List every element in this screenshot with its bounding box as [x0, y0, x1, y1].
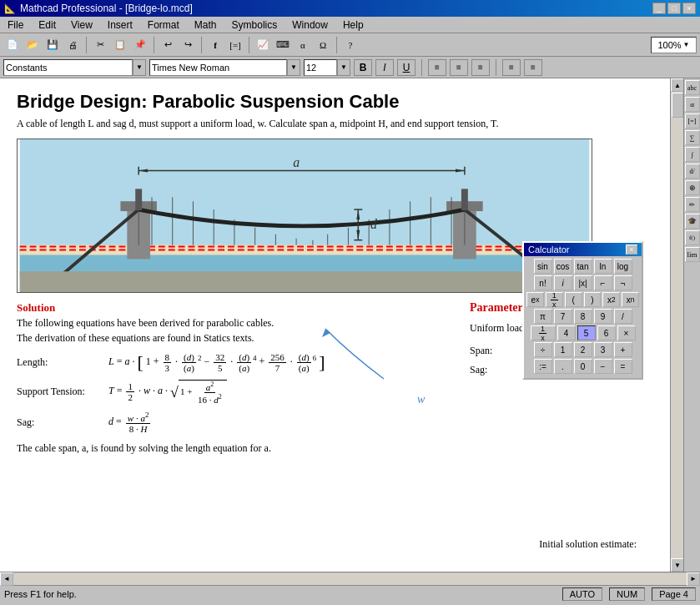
calc-dot[interactable]: . — [554, 359, 572, 374]
calc-rparen[interactable]: ) — [584, 292, 602, 307]
menu-view[interactable]: View — [68, 18, 96, 32]
scroll-track[interactable] — [671, 92, 683, 558]
italic-button[interactable]: I — [375, 59, 394, 76]
menu-format[interactable]: Format — [144, 18, 183, 32]
calc-3[interactable]: 3 — [594, 342, 612, 357]
calc-9[interactable]: 9 — [594, 309, 612, 324]
calc-2[interactable]: 2 — [574, 342, 592, 357]
formula-button[interactable]: f — [206, 36, 224, 54]
style-dropdown-arrow[interactable]: ▼ — [133, 59, 146, 76]
menu-file[interactable]: File — [4, 18, 27, 32]
math-btn-7[interactable]: ⊕ — [685, 180, 700, 195]
help-button[interactable]: ? — [341, 36, 360, 54]
calc-lparen[interactable]: ( — [565, 292, 582, 307]
copy-button[interactable]: 📋 — [111, 36, 129, 54]
calc-factorial[interactable]: n! — [534, 275, 552, 290]
scroll-up-button[interactable]: ▲ — [671, 78, 684, 92]
indent-button[interactable]: ≡ — [524, 59, 542, 76]
size-dropdown-arrow[interactable]: ▼ — [337, 59, 350, 76]
calc-log[interactable]: log — [614, 259, 632, 274]
greek-button[interactable]: α — [294, 36, 312, 54]
calc-divide[interactable]: ÷ — [534, 342, 552, 357]
matrix-button[interactable]: [=] — [226, 36, 244, 54]
style-selector[interactable]: Constants — [3, 59, 133, 76]
paste-button[interactable]: 📌 — [131, 36, 149, 54]
scroll-left-button[interactable]: ◄ — [0, 572, 13, 586]
math-btn-11[interactable]: lim — [685, 247, 700, 262]
calc-0[interactable]: 0 — [574, 359, 592, 374]
menu-symbolics[interactable]: Symbolics — [229, 18, 281, 32]
maximize-button[interactable]: □ — [667, 3, 681, 14]
calc-pi[interactable]: π — [534, 309, 552, 324]
calc-subtract[interactable]: − — [594, 359, 612, 374]
scroll-down-button[interactable]: ▼ — [671, 558, 684, 572]
calc-button[interactable]: ⌨ — [274, 36, 292, 54]
calc-5[interactable]: 5 — [577, 325, 596, 340]
calc-recip2[interactable]: 1x — [531, 325, 556, 340]
calc-add[interactable]: + — [614, 342, 632, 357]
size-selector[interactable]: 12 — [304, 59, 337, 76]
math-btn-3[interactable]: [=] — [685, 113, 700, 129]
save-button[interactable]: 💾 — [43, 36, 62, 54]
open-button[interactable]: 📂 — [23, 36, 42, 54]
math-btn-5[interactable]: ∫ — [685, 147, 700, 162]
calc-floor[interactable]: ⌐ — [594, 275, 612, 290]
calc-4[interactable]: 4 — [557, 325, 576, 340]
font-dropdown-arrow[interactable]: ▼ — [287, 59, 300, 76]
menu-math[interactable]: Math — [191, 18, 220, 32]
minimize-button[interactable]: _ — [652, 3, 666, 14]
graph-button[interactable]: 📈 — [254, 36, 272, 54]
menu-window[interactable]: Window — [289, 18, 331, 32]
calc-square[interactable]: x2 — [602, 292, 620, 307]
menu-insert[interactable]: Insert — [104, 18, 136, 32]
new-button[interactable]: 📄 — [3, 36, 22, 54]
calc-abs[interactable]: |x| — [574, 275, 592, 290]
math-btn-1[interactable]: abc — [685, 80, 700, 95]
menu-edit[interactable]: Edit — [35, 18, 59, 32]
zoom-dropdown-icon[interactable]: ▼ — [683, 41, 690, 48]
calc-recip[interactable]: 1x — [546, 292, 563, 307]
math-btn-8[interactable]: ✏ — [685, 197, 700, 212]
calc-multiply[interactable]: × — [617, 325, 636, 340]
print-button[interactable]: 🖨 — [63, 36, 82, 54]
calc-ceil[interactable]: ¬ — [614, 275, 632, 290]
calc-close-button[interactable]: × — [626, 245, 637, 255]
unit-button[interactable]: Ω — [314, 36, 332, 54]
calc-6[interactable]: 6 — [597, 325, 616, 340]
calc-7[interactable]: 7 — [554, 309, 572, 324]
calc-ln[interactable]: ln — [594, 259, 612, 274]
calc-exp[interactable]: ex — [526, 292, 544, 307]
calc-equals[interactable]: = — [614, 359, 632, 374]
scroll-thumb[interactable] — [672, 93, 683, 118]
calc-sin[interactable]: sin — [534, 259, 552, 274]
align-center-button[interactable]: ≡ — [450, 59, 468, 76]
math-btn-10[interactable]: f() — [685, 230, 700, 245]
calc-assign[interactable]: := — [534, 359, 552, 374]
underline-button[interactable]: U — [397, 59, 415, 76]
undo-button[interactable]: ↩ — [159, 36, 177, 54]
close-button[interactable]: × — [682, 3, 696, 14]
calc-imaginary[interactable]: i — [554, 275, 572, 290]
solution-line-2: The derivation of these equations are fo… — [17, 332, 461, 345]
scroll-right-button[interactable]: ► — [687, 572, 700, 586]
calc-cos[interactable]: cos — [554, 259, 572, 274]
calc-1[interactable]: 1 — [554, 342, 572, 357]
hscroll-track[interactable] — [13, 573, 687, 585]
calc-divide-frac[interactable]: / — [614, 309, 632, 324]
bold-button[interactable]: B — [354, 59, 372, 76]
math-btn-2[interactable]: α — [685, 97, 700, 112]
calc-tan[interactable]: tan — [574, 259, 592, 274]
font-selector[interactable]: Times New Roman — [149, 59, 287, 76]
redo-button[interactable]: ↪ — [179, 36, 197, 54]
zoom-selector[interactable]: 100% ▼ — [651, 37, 697, 53]
calc-power[interactable]: xn — [622, 292, 639, 307]
math-btn-9[interactable]: 🎓 — [685, 214, 700, 229]
calc-8[interactable]: 8 — [574, 309, 592, 324]
math-btn-6[interactable]: d/ — [685, 164, 700, 179]
align-right-button[interactable]: ≡ — [471, 59, 490, 76]
align-left-button[interactable]: ≡ — [428, 59, 446, 76]
list-button[interactable]: ≡ — [502, 59, 521, 76]
cut-button[interactable]: ✂ — [91, 36, 109, 54]
menu-help[interactable]: Help — [340, 18, 367, 32]
math-btn-4[interactable]: ∑ — [685, 130, 700, 145]
